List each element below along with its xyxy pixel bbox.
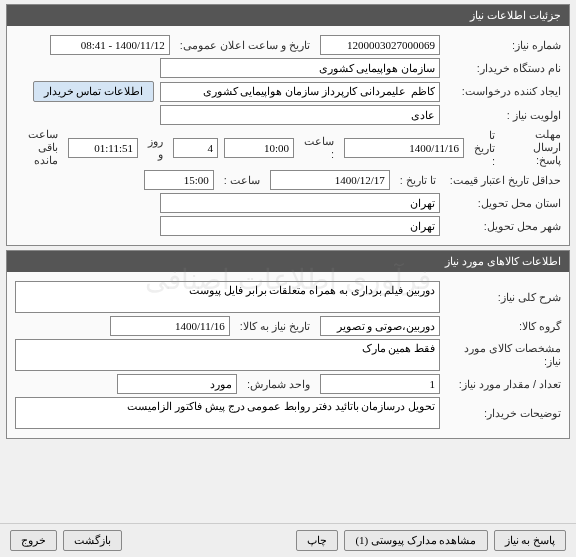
remain-days-label: روز و bbox=[144, 135, 167, 161]
notes-field[interactable] bbox=[15, 397, 440, 429]
need-date-label: تاریخ نیاز به کالا: bbox=[236, 320, 314, 333]
panel1-title: جزئیات اطلاعات نیاز bbox=[7, 5, 569, 26]
notes-label: توضیحات خریدار: bbox=[446, 407, 561, 420]
footer-bar: پاسخ به نیاز مشاهده مدارک پیوستی (1) چاپ… bbox=[0, 523, 576, 557]
valid-date-field[interactable] bbox=[270, 170, 390, 190]
contact-buyer-button[interactable]: اطلاعات تماس خریدار bbox=[33, 81, 155, 102]
need-no-field[interactable] bbox=[320, 35, 440, 55]
buyer-label: نام دستگاه خریدار: bbox=[446, 62, 561, 75]
group-field[interactable] bbox=[320, 316, 440, 336]
attachments-button[interactable]: مشاهده مدارک پیوستی (1) bbox=[344, 530, 487, 551]
deadline-time-field[interactable] bbox=[224, 138, 294, 158]
priority-field[interactable] bbox=[160, 105, 440, 125]
need-date-field[interactable] bbox=[110, 316, 230, 336]
back-button[interactable]: بازگشت bbox=[63, 530, 122, 551]
unit-label: واحد شمارش: bbox=[243, 378, 314, 391]
province-label: استان محل تحویل: bbox=[446, 197, 561, 210]
creator-field[interactable] bbox=[160, 82, 440, 102]
buyer-field[interactable] bbox=[160, 58, 440, 78]
panel2-title: اطلاعات کالاهای مورد نیاز bbox=[7, 251, 569, 272]
province-field[interactable] bbox=[160, 193, 440, 213]
qty-field[interactable] bbox=[320, 374, 440, 394]
desc-field[interactable] bbox=[15, 281, 440, 313]
qty-label: تعداد / مقدار مورد نیاز: bbox=[446, 378, 561, 391]
remain-time-label: ساعت باقی مانده bbox=[15, 128, 62, 167]
desc-label: شرح کلی نیاز: bbox=[446, 291, 561, 304]
creator-label: ایجاد کننده درخواست: bbox=[446, 85, 561, 98]
city-field[interactable] bbox=[160, 216, 440, 236]
priority-label: اولویت نیاز : bbox=[446, 109, 561, 122]
announce-field[interactable] bbox=[50, 35, 170, 55]
to-date-label-1: تا تاریخ : bbox=[470, 129, 499, 167]
remain-time-field[interactable] bbox=[68, 138, 138, 158]
time-label-2: ساعت : bbox=[220, 174, 264, 187]
announce-label: تاریخ و ساعت اعلان عمومی: bbox=[176, 39, 314, 52]
deadline-label: مهلت ارسال پاسخ: bbox=[505, 128, 561, 167]
exit-button[interactable]: خروج bbox=[10, 530, 57, 551]
valid-label: حداقل تاریخ اعتبار قیمت: bbox=[446, 174, 561, 187]
city-label: شهر محل تحویل: bbox=[446, 220, 561, 233]
goods-info-panel: اطلاعات کالاهای مورد نیاز شرح کلی نیاز: … bbox=[6, 250, 570, 439]
unit-field[interactable] bbox=[117, 374, 237, 394]
spec-label: مشخصات کالای مورد نیاز: bbox=[446, 342, 561, 368]
spec-field[interactable] bbox=[15, 339, 440, 371]
group-label: گروه کالا: bbox=[446, 320, 561, 333]
respond-button[interactable]: پاسخ به نیاز bbox=[494, 530, 567, 551]
time-label-1: ساعت : bbox=[300, 135, 338, 160]
to-date-label-2: تا تاریخ : bbox=[396, 174, 440, 187]
deadline-date-field[interactable] bbox=[344, 138, 464, 158]
valid-time-field[interactable] bbox=[144, 170, 214, 190]
remain-days-field[interactable] bbox=[173, 138, 218, 158]
print-button[interactable]: چاپ bbox=[296, 530, 338, 551]
need-info-panel: جزئیات اطلاعات نیاز شماره نیاز: تاریخ و … bbox=[6, 4, 570, 246]
need-no-label: شماره نیاز: bbox=[446, 39, 561, 52]
